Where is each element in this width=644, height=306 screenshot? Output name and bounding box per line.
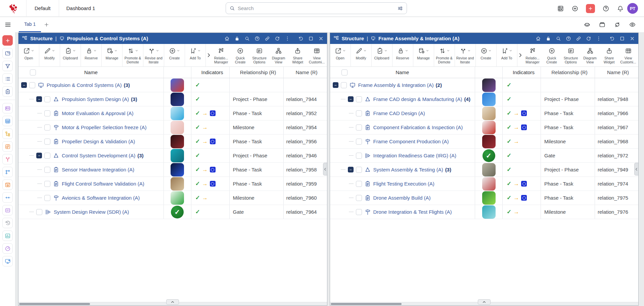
circle-plus-button[interactable]	[571, 5, 579, 12]
panel-refresh-button[interactable]	[586, 36, 591, 41]
table-row[interactable]: Drone Integration & Test Flights (A)✓→Mi…	[330, 205, 639, 219]
panel-close-button[interactable]	[630, 36, 635, 41]
sidebar-clipboard-button[interactable]	[2, 86, 13, 97]
panel-help-circle-button[interactable]	[255, 36, 260, 41]
search-input[interactable]	[238, 5, 397, 11]
sidebar-gauge-button[interactable]	[2, 243, 13, 254]
toolbar-promote-demote-button[interactable]: Promote & Demote	[434, 44, 455, 66]
row-checkbox[interactable]	[29, 82, 35, 88]
toolbar-create-button[interactable]: Create	[164, 44, 185, 66]
toolbar-reserve-button[interactable]: Reserve	[393, 44, 413, 66]
sidebar-table-button[interactable]	[2, 116, 13, 126]
tree-item-name[interactable]: Frame Assembly & Integration (A)	[358, 82, 434, 88]
item-thumbnail[interactable]	[482, 79, 496, 92]
toolbar-revise-and-iterate-button[interactable]: Revise and Iterate	[455, 44, 476, 66]
table-row[interactable]: Motor & Propeller Selection freeze (A)✓→…	[18, 120, 327, 135]
toolbar-overflow-chevron[interactable]	[518, 53, 523, 58]
sidebar-kanban-button[interactable]	[2, 141, 13, 152]
add-tab-icon[interactable]	[44, 22, 49, 28]
toolbar-quick-create-button[interactable]: Quick Create	[542, 44, 561, 66]
table-row[interactable]: −Frame CAD design & Manufacturing (A)(4)…	[330, 92, 639, 106]
item-thumbnail[interactable]	[482, 107, 496, 120]
toolbar-manage-button[interactable]: Manage	[413, 44, 434, 66]
table-row[interactable]: System Design Review (SDR) (A)✓✓Gaterela…	[18, 205, 327, 219]
sidebar-filter-button[interactable]	[2, 61, 13, 71]
column-header-name-r[interactable]: Name (R)	[286, 69, 327, 75]
item-thumbnail[interactable]	[482, 93, 496, 106]
panel-home-button[interactable]	[224, 36, 230, 41]
row-checkbox[interactable]	[36, 209, 42, 215]
expand-toggle[interactable]: −	[36, 96, 42, 102]
panel-undo-button[interactable]	[298, 36, 304, 41]
panel-kebab-button[interactable]	[285, 36, 290, 41]
row-checkbox[interactable]	[356, 153, 362, 159]
item-thumbnail[interactable]	[482, 177, 496, 191]
select-all-checkbox[interactable]	[30, 69, 36, 75]
scrollbar-thumb[interactable]	[19, 303, 90, 305]
sidebar-form-card-button[interactable]	[2, 103, 13, 113]
row-checkbox[interactable]	[44, 139, 50, 145]
search-filter-icon[interactable]	[397, 5, 403, 11]
sidebar-monitor-sync-button[interactable]	[2, 256, 13, 266]
toolbar-diagram-view-button[interactable]: Diagram View	[269, 44, 288, 66]
sidebar-node-graph-button[interactable]	[2, 167, 13, 177]
toolbar-reserve-button[interactable]: Reserve	[81, 44, 102, 66]
eye-button[interactable]	[629, 21, 636, 28]
table-row[interactable]: −Propulsion & Control Systems (A)(3)✓	[18, 78, 327, 92]
sidebar-window-button[interactable]	[2, 48, 13, 58]
row-checkbox[interactable]	[356, 124, 362, 131]
bell-button[interactable]	[617, 5, 624, 12]
row-checkbox[interactable]	[44, 124, 50, 131]
table-row[interactable]: Drone Assembly Build (A)✓→Phase - Taskre…	[330, 191, 639, 205]
tree-item-name[interactable]: Propulsion System Design (A)	[62, 96, 129, 102]
tree-item-name[interactable]: Drone Integration & Test Flights (A)	[373, 209, 452, 215]
item-thumbnail[interactable]	[171, 93, 184, 106]
toolbar-clipboard-button[interactable]: Clipboard	[372, 44, 393, 66]
panel-side-handle[interactable]	[634, 163, 638, 175]
panel-close-button[interactable]	[318, 36, 324, 41]
tree-item-name[interactable]: Control System Development (A)	[62, 153, 135, 158]
item-thumbnail[interactable]	[171, 149, 184, 162]
tree-item-name[interactable]: System Assembly & Testing (A)	[373, 167, 443, 172]
tree-item-name[interactable]: Sensor Hardware Integration (A)	[62, 167, 134, 172]
column-header-name[interactable]: Name	[330, 69, 475, 75]
expand-toggle[interactable]: −	[348, 96, 354, 102]
table-row[interactable]: Frame CAD Design (A)✓→Phase - Taskrelati…	[330, 106, 639, 120]
row-checkbox[interactable]	[356, 209, 362, 215]
sync-button[interactable]	[614, 21, 621, 28]
sidebar-notes-card-button[interactable]	[2, 205, 13, 215]
item-thumbnail[interactable]	[171, 79, 184, 92]
table-row[interactable]: Flight Control Software Validation (A)✓→…	[18, 177, 327, 191]
item-thumbnail[interactable]	[171, 177, 184, 191]
column-header-name[interactable]: Name	[18, 69, 164, 75]
row-checkbox[interactable]	[356, 96, 362, 102]
sidebar-bar-chart-button[interactable]	[2, 231, 13, 241]
item-thumbnail[interactable]	[482, 135, 496, 148]
toolbar-create-button[interactable]: Create	[476, 44, 497, 66]
tree-item-name[interactable]: Drone Assembly Build (A)	[373, 195, 431, 201]
table-row[interactable]: Sensor Hardware Integration (A)✓→Phase -…	[18, 163, 327, 177]
table-row[interactable]: Motor Evaluation & Approval (A)✓→Phase -…	[18, 106, 327, 120]
select-all-checkbox[interactable]	[341, 69, 348, 75]
row-checkbox[interactable]	[44, 96, 50, 102]
toolbar-relatio-manager-button[interactable]: Relatio... Manager	[523, 44, 542, 66]
tree-item-name[interactable]: System Design Review (SDR) (A)	[54, 209, 129, 215]
item-thumbnail[interactable]	[171, 121, 184, 134]
panel-maximize-button[interactable]	[308, 36, 314, 41]
row-checkbox[interactable]	[44, 110, 50, 116]
table-row[interactable]: Integration Readiness Gate (IRG) (A)✓✓Ga…	[330, 149, 639, 163]
panel-lock-button[interactable]	[234, 36, 240, 41]
toolbar-modify-button[interactable]: Modify	[39, 44, 60, 66]
expand-toggle[interactable]: −	[348, 167, 354, 172]
item-thumbnail[interactable]	[171, 135, 184, 148]
add-red-button[interactable]	[586, 4, 595, 13]
table-row[interactable]: Propeller Design & Validation (A)✓→Phase…	[18, 135, 327, 149]
assistant-bot-button[interactable]	[584, 21, 591, 28]
panel-link-button[interactable]	[576, 36, 581, 41]
row-checkbox[interactable]	[356, 181, 362, 187]
tree-item-name[interactable]: Propeller Design & Validation (A)	[62, 139, 135, 144]
tree-item-name[interactable]: Frame CAD Design (A)	[373, 110, 425, 116]
toolbar-overflow-chevron[interactable]	[206, 53, 211, 58]
row-checkbox[interactable]	[356, 139, 362, 145]
panel-search-button[interactable]	[244, 36, 250, 41]
